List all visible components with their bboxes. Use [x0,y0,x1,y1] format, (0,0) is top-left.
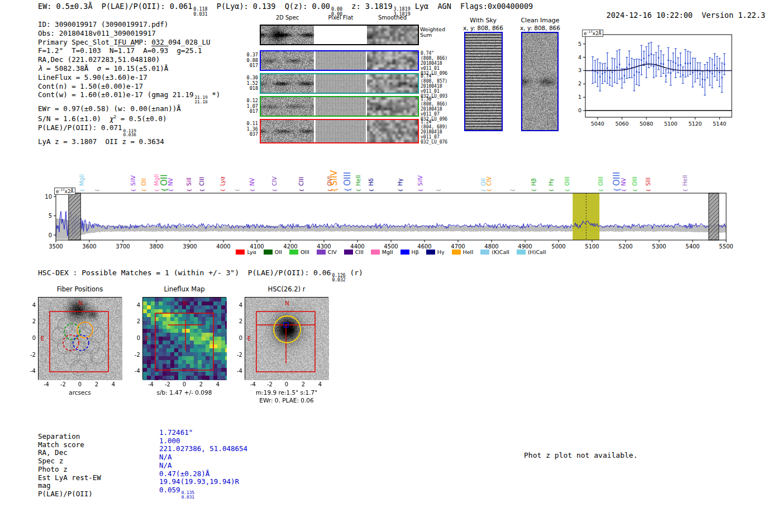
svg-text:NV: NV [621,178,627,186]
report-version: Version 1.22.3 [702,11,765,20]
match-table-label: Photo z [38,465,68,473]
weighted-2dspec-image [261,26,314,44]
svg-text:{: { [271,189,278,192]
svg-text:NV: NV [249,178,255,186]
cutout-hsc-caption: EWr: 0. PLAE: 0.06 [231,397,342,404]
svg-text:{: { [331,188,338,192]
clean-image [522,33,557,130]
legend-item: HeII [452,249,474,255]
legend-item: CIV [317,249,337,255]
cutout-lineflux-overlay: NE [143,298,227,380]
svg-text:OIII: OIII [342,172,352,186]
y-tick-label: 2 [128,318,140,324]
clean-coords: x, y: 808, 866 [515,25,565,31]
legend-item: Hγ [426,249,445,255]
legend-label: (K)CaII [492,249,509,255]
svg-text:SiIV: SiIV [329,170,339,186]
info-line: Cont(n) = 1.50(±0.00)e-17 [38,82,220,91]
svg-text:5040: 5040 [591,121,604,127]
fiber-row-annotation: 0.74"(808, 857)20180418v011_01032_LU_093 [421,74,450,99]
clean-image-panel: Clean Image x, y: 808, 866 [515,17,565,31]
legend-label: CIII [355,249,364,255]
info-line: λ = 5082.38Å σ = 10.15(±5.01)Å [38,64,220,73]
svg-text:{: { [79,189,85,192]
svg-text:OIII: OIII [632,176,638,186]
svg-text:5: 5 [578,41,581,47]
spec2d-col-title: 2D Spec [263,15,313,21]
svg-text:3800: 3800 [149,243,163,250]
y-tick-label: -4 [230,368,242,374]
fiber-smoothed-image [367,74,418,93]
fiber-row-annotation: 1.24"(804, 689)20180418v011_07032_LU_076 [421,119,450,145]
svg-text:OIII: OIII [598,176,604,186]
legend-item: Lyα [236,249,256,255]
photz-note: Phot z plot not available. [524,451,638,459]
spec2d-weighted-row [260,25,419,45]
y-tick-label: 2 [23,318,36,324]
y-tick-label: -2 [230,352,242,358]
svg-text:4: 4 [578,54,581,60]
y-tick-label: 4 [128,302,140,308]
legend-swatch [264,250,273,255]
weighted-sum-label: WeightedSum [420,27,445,38]
fiber-row-weights: 0.121.07017 [244,98,258,114]
fiber-pixelflat-image [316,51,366,70]
legend-swatch [400,250,409,255]
svg-text:{: { [435,189,441,192]
x-tick-label: 0 [280,381,293,387]
legend-label: Lyα [247,249,256,255]
svg-text:OII: OII [141,178,147,186]
svg-text:E: E [145,336,149,342]
line-fit-zoom-plot: 504050605080510051205140012345 [575,23,760,130]
fiber-2dspec-image [261,120,314,142]
legend-item: MgII [371,249,393,255]
cutout-hsc-overlay: NE [245,298,329,380]
fiber-smoothed-image [367,120,418,142]
svg-text:{: { [613,188,621,192]
svg-text:{: { [397,189,403,192]
emission-line-legend: LyαOIIOIIICIVCIIIMgIIHβHγHeII(K)CaII(H)C… [179,249,603,255]
cutout-fiber-caption: arcsecs [24,389,136,396]
spec2d-col-title: Smoothed [368,15,418,21]
cutout-hsc-caption: m:19.9 re:1.5" s:1.7" [231,389,342,396]
svg-text:E: E [41,336,44,342]
svg-text:{: { [548,189,554,192]
svg-text:5: 5 [49,213,52,219]
svg-text:{: { [564,189,570,192]
fiber-2dspec-image [261,51,314,70]
fiber-pixelflat-image [316,74,366,93]
svg-text:{: { [598,189,604,192]
svg-text:5120: 5120 [688,121,702,127]
spec2d-fiber-row [260,50,419,71]
svg-text:N: N [285,300,289,306]
cutout-fiber-overlay: NE [39,298,122,380]
svg-text:{: { [199,189,205,192]
x-tick-label: 0 [73,381,87,387]
fiber-pixelflat-image [316,97,366,116]
svg-text:SiIV: SiIV [130,175,136,186]
match-table-value: N/A [159,453,172,461]
legend-label: MgII [382,249,393,255]
clean-title: Clean Image [515,17,565,24]
svg-text:5500: 5500 [719,243,733,250]
fiber-smoothed-image [367,97,418,116]
match-table-label: Est LyA rest-EW [38,473,101,482]
fiber-pixelflat-image [316,120,366,142]
svg-text:{: { [154,189,160,192]
legend-label: OII [275,249,282,255]
y-tick-label: 4 [23,302,36,308]
svg-text:5200: 5200 [618,243,632,250]
cutout-lineflux-caption: s/b: 1.47 +/- 0.098 [128,389,240,396]
x-tick-label: -2 [56,381,70,387]
legend-item: Hβ [400,249,419,255]
y-tick-label: 0 [128,335,140,341]
x-tick-label: -4 [144,381,158,387]
x-tick-label: 2 [194,381,208,387]
report-datetime: 2024-12-16 10:22:00 [607,11,693,20]
spacer [693,11,702,20]
svg-text:Hγ: Hγ [397,178,403,186]
svg-text:{: { [168,189,174,192]
fiber-row-annotation: 0.74"(808, 866)20180418v011_01032_LU_096 [421,51,450,76]
spec2d-fiber-row [260,119,419,143]
svg-text:{: { [417,189,423,192]
